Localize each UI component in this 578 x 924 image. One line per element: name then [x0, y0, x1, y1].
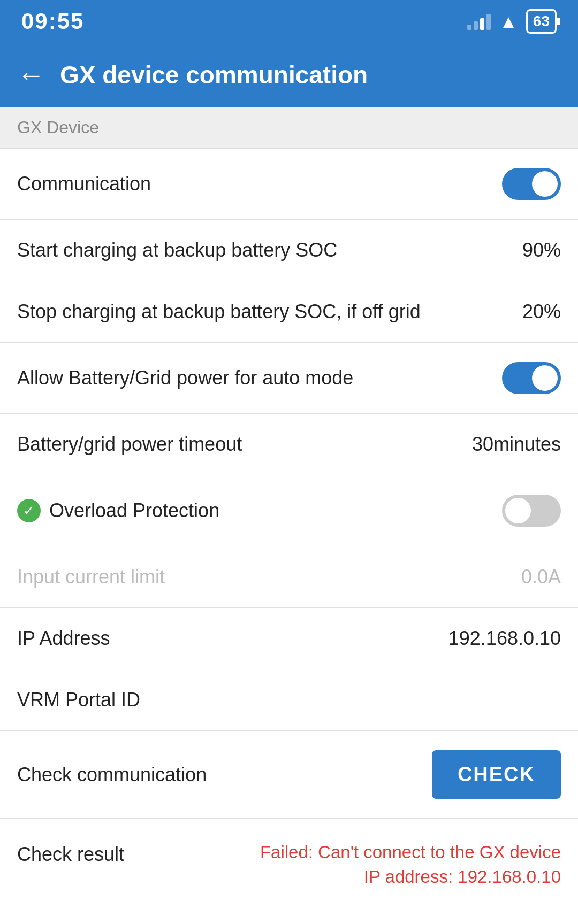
- back-button[interactable]: ←: [17, 61, 45, 89]
- setting-row-battery-grid-timeout[interactable]: Battery/grid power timeout 30minutes: [0, 414, 578, 475]
- setting-row-vrm-portal-id[interactable]: VRM Portal ID: [0, 669, 578, 731]
- setting-label-allow-battery-grid: Allow Battery/Grid power for auto mode: [17, 367, 502, 389]
- setting-label-stop-charging-soc: Stop charging at backup battery SOC, if …: [17, 301, 512, 323]
- check-result-line2: IP address: 192.168.0.10: [364, 867, 561, 887]
- setting-label-communication: Communication: [17, 173, 502, 195]
- setting-row-device-discovery: Device discovery DISCOVER: [0, 911, 578, 924]
- setting-value-start-charging-soc: 90%: [522, 239, 561, 261]
- check-button[interactable]: CHECK: [432, 750, 561, 799]
- setting-value-stop-charging-soc: 20%: [522, 301, 561, 323]
- status-bar: 09:55 ▲ 63: [0, 0, 578, 43]
- toggle-communication[interactable]: [502, 168, 561, 200]
- setting-label-overload-protection: ✓ Overload Protection: [17, 499, 502, 522]
- check-result-line1: Failed: Can't connect to the GX device: [260, 842, 561, 862]
- status-icons: ▲ 63: [467, 9, 557, 34]
- check-result-value: Failed: Can't connect to the GX device I…: [260, 840, 561, 889]
- status-time: 09:55: [21, 9, 84, 34]
- setting-label-check-result: Check result: [17, 840, 260, 866]
- signal-icon: [467, 13, 491, 30]
- toggle-thumb-communication: [532, 171, 558, 197]
- setting-row-communication: Communication: [0, 149, 578, 220]
- setting-row-allow-battery-grid: Allow Battery/Grid power for auto mode: [0, 343, 578, 414]
- setting-value-battery-grid-timeout: 30minutes: [472, 433, 561, 456]
- setting-label-input-current-limit: Input current limit: [17, 566, 511, 588]
- settings-list: Communication Start charging at backup b…: [0, 149, 578, 924]
- setting-label-check-communication: Check communication: [17, 764, 432, 786]
- setting-row-check-result: Check result Failed: Can't connect to th…: [0, 819, 578, 911]
- wifi-icon: ▲: [499, 11, 518, 32]
- battery-indicator: 63: [526, 9, 557, 34]
- setting-value-ip-address: 192.168.0.10: [448, 627, 561, 650]
- setting-row-start-charging-soc[interactable]: Start charging at backup battery SOC 90%: [0, 220, 578, 281]
- setting-row-stop-charging-soc[interactable]: Stop charging at backup battery SOC, if …: [0, 281, 578, 343]
- toggle-thumb-allow-battery-grid: [532, 365, 558, 391]
- setting-row-overload-protection: ✓ Overload Protection: [0, 475, 578, 546]
- page-title: GX device communication: [60, 60, 368, 89]
- setting-row-ip-address[interactable]: IP Address 192.168.0.10: [0, 608, 578, 669]
- toggle-allow-battery-grid[interactable]: [502, 362, 561, 394]
- toggle-overload-protection[interactable]: [502, 495, 561, 527]
- setting-label-start-charging-soc: Start charging at backup battery SOC: [17, 239, 512, 261]
- setting-row-check-communication: Check communication CHECK: [0, 731, 578, 819]
- setting-label-vrm-portal-id: VRM Portal ID: [17, 689, 550, 711]
- toggle-thumb-overload-protection: [505, 498, 531, 523]
- setting-value-input-current-limit: 0.0A: [521, 566, 561, 588]
- green-check-icon: ✓: [17, 499, 41, 522]
- setting-label-ip-address: IP Address: [17, 627, 438, 650]
- setting-row-input-current-limit: Input current limit 0.0A: [0, 546, 578, 608]
- setting-label-battery-grid-timeout: Battery/grid power timeout: [17, 433, 461, 456]
- app-bar: ← GX device communication: [0, 43, 578, 107]
- section-header-gx-device: GX Device: [0, 107, 578, 149]
